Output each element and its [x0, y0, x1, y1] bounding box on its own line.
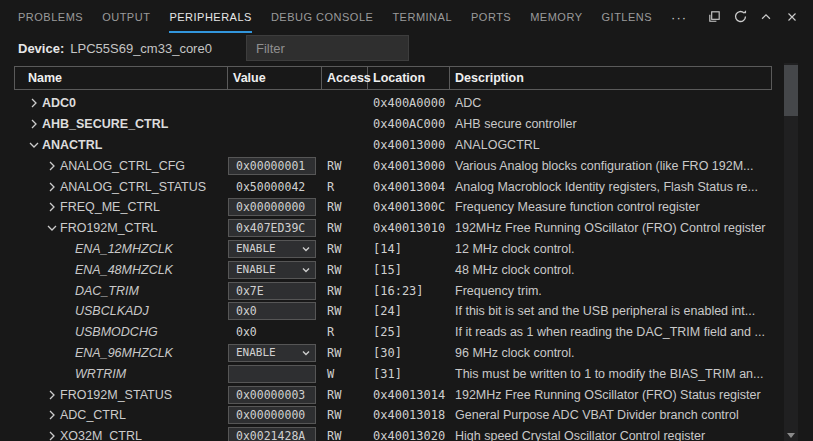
description-cell: High speed Crystal Oscillator Control re… — [450, 426, 772, 441]
value-input[interactable] — [228, 219, 316, 237]
register-name: ANALOG_CTRL_CFG — [60, 159, 185, 173]
register-row[interactable]: ANALOG_CTRL_CFGRW0x40013000Various Analo… — [14, 155, 772, 176]
field-row[interactable]: WRTRIMW[31]This must be written to 1 to … — [14, 363, 772, 384]
register-row[interactable]: ANACTRL0x40013000ANALOGCTRL — [14, 135, 772, 156]
name-cell: ANALOG_CTRL_STATUS — [14, 176, 228, 197]
location-cell: 0x40013014 — [368, 384, 450, 405]
register-row[interactable]: XO32M_CTRLRW0x40013020High speed Crystal… — [14, 426, 772, 441]
register-name: ADC0 — [42, 96, 76, 110]
register-name: FRO192M_CTRL — [60, 221, 157, 235]
field-row[interactable]: USBMODCHG0x0R[25]If it reads as 1 when r… — [14, 322, 772, 343]
column-header-location: Location — [368, 66, 450, 90]
value-input[interactable] — [228, 198, 316, 216]
tab-peripherals[interactable]: PERIPHERALS — [169, 0, 252, 33]
register-row[interactable]: ADC00x400A0000ADC — [14, 93, 772, 114]
register-name: WRTRIM — [75, 367, 126, 381]
collapse-panel-icon[interactable] — [753, 4, 779, 30]
name-cell: XO32M_CTRL — [14, 426, 228, 441]
register-row[interactable]: ADC_CTRLRW0x40013018General Purpose ADC … — [14, 405, 772, 426]
access-cell: RW — [322, 239, 368, 260]
description-cell: Frequency Measure function control regis… — [450, 197, 772, 218]
tab-gitlens[interactable]: GITLENS — [602, 0, 653, 33]
value-cell — [228, 405, 322, 426]
location-cell: [16:23] — [368, 280, 450, 301]
register-row[interactable]: ANALOG_CTRL_STATUS0x50000042R0x40013004A… — [14, 176, 772, 197]
value-cell — [228, 426, 322, 441]
description-cell: General Purpose ADC VBAT Divider branch … — [450, 405, 772, 426]
restore-panel-icon[interactable] — [701, 4, 727, 30]
name-cell: USBCLKADJ — [14, 301, 228, 322]
name-cell: FRO192M_STATUS — [14, 384, 228, 405]
field-row[interactable]: DAC_TRIMRW[16:23]Frequency trim. — [14, 280, 772, 301]
location-cell: [15] — [368, 259, 450, 280]
register-row[interactable]: FRO192M_CTRLRW0x40013010192MHz Free Runn… — [14, 218, 772, 239]
tab-ports[interactable]: PORTS — [471, 0, 511, 33]
filter-input[interactable] — [246, 35, 409, 61]
value-cell — [228, 197, 322, 218]
location-cell: 0x40013004 — [368, 176, 450, 197]
register-row[interactable]: FREQ_ME_CTRLRW0x4001300CFrequency Measur… — [14, 197, 772, 218]
refresh-icon[interactable] — [727, 4, 753, 30]
tab-terminal[interactable]: TERMINAL — [392, 0, 452, 33]
tab-memory[interactable]: MEMORY — [530, 0, 582, 33]
location-cell: 0x400A0000 — [368, 93, 450, 114]
value-input[interactable] — [228, 427, 316, 441]
more-tabs-button[interactable]: ··· — [671, 0, 687, 33]
value-input[interactable] — [228, 406, 316, 424]
tab-debug-console[interactable]: DEBUG CONSOLE — [271, 0, 373, 33]
description-cell: This must be written to 1 to modify the … — [450, 363, 772, 384]
value-select[interactable]: ENABLE — [228, 240, 316, 258]
value-cell — [228, 155, 322, 176]
value-cell — [228, 93, 322, 114]
field-row[interactable]: USBCLKADJRW[24]If this bit is set and th… — [14, 301, 772, 322]
value-input[interactable] — [228, 157, 316, 175]
access-cell — [322, 93, 368, 114]
scroll-down-icon[interactable] — [787, 433, 795, 438]
description-cell: AHB secure controller — [450, 114, 772, 135]
column-header-value: Value — [228, 66, 322, 90]
value-cell: ENABLE — [228, 259, 322, 280]
value-input[interactable] — [228, 302, 316, 320]
access-cell: RW — [322, 405, 368, 426]
register-row[interactable]: FRO192M_STATUSRW0x40013014192MHz Free Ru… — [14, 384, 772, 405]
register-table: Name Value Access Location Description A… — [14, 66, 772, 441]
chevron-right-icon[interactable] — [44, 179, 60, 195]
field-row[interactable]: ENA_48MHZCLKENABLERW[15]48 MHz clock con… — [14, 259, 772, 280]
field-row[interactable]: ENA_12MHZCLKENABLERW[14]12 MHz clock con… — [14, 239, 772, 260]
location-cell: [24] — [368, 301, 450, 322]
access-cell: R — [322, 176, 368, 197]
scrollbar-thumb[interactable] — [784, 65, 798, 116]
value-select[interactable]: ENABLE — [228, 261, 316, 279]
device-label: Device: — [18, 41, 64, 56]
location-cell: 0x400AC000 — [368, 114, 450, 135]
chevron-right-icon[interactable] — [44, 199, 60, 215]
chevron-right-icon[interactable] — [26, 95, 42, 111]
name-cell: ADC0 — [14, 93, 228, 114]
chevron-right-icon[interactable] — [44, 387, 60, 403]
scrollbar-track[interactable] — [784, 63, 798, 441]
access-cell — [322, 135, 368, 156]
field-row[interactable]: ENA_96MHZCLKENABLERW[30]96 MHz clock con… — [14, 343, 772, 364]
tab-output[interactable]: OUTPUT — [102, 0, 150, 33]
value-cell: ENABLE — [228, 239, 322, 260]
access-cell: RW — [322, 301, 368, 322]
value-cell: 0x50000042 — [228, 176, 322, 197]
chevron-right-icon[interactable] — [44, 407, 60, 423]
description-cell: 96 MHz clock control. — [450, 343, 772, 364]
chevron-down-icon[interactable] — [44, 220, 60, 236]
register-row[interactable]: AHB_SECURE_CTRL0x400AC000AHB secure cont… — [14, 114, 772, 135]
close-panel-icon[interactable] — [779, 4, 805, 30]
chevron-down-icon[interactable] — [26, 137, 42, 153]
chevron-right-icon[interactable] — [44, 158, 60, 174]
value-input[interactable] — [228, 365, 316, 383]
value-select[interactable]: ENABLE — [228, 344, 316, 362]
chevron-right-icon[interactable] — [44, 428, 60, 441]
value-cell — [228, 135, 322, 156]
access-cell: RW — [322, 155, 368, 176]
value-input[interactable] — [228, 386, 316, 404]
access-cell: RW — [322, 259, 368, 280]
value-input[interactable] — [228, 282, 316, 300]
register-table-body: ADC00x400A0000ADCAHB_SECURE_CTRL0x400AC0… — [14, 93, 772, 441]
tab-problems[interactable]: PROBLEMS — [18, 0, 83, 33]
chevron-right-icon[interactable] — [26, 116, 42, 132]
